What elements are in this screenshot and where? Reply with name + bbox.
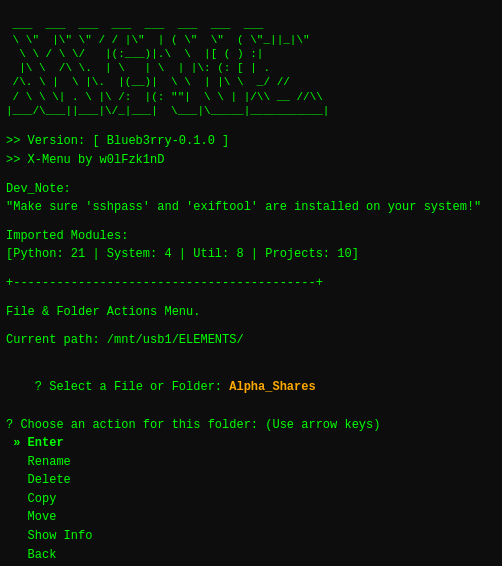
select-prefix: ? Select a File or Folder:	[35, 380, 229, 394]
version-line: >> Version: [ Blueb3rry-0.1.0 ]	[6, 132, 496, 151]
menu-item-show-info[interactable]: Show Info	[6, 527, 496, 546]
dev-note-header: Dev_Note:	[6, 180, 496, 199]
dev-note-text: "Make sure 'sshpass' and 'exiftool' are …	[6, 198, 496, 217]
menu-item-enter[interactable]: » Enter	[6, 434, 496, 453]
spacer-6	[6, 321, 496, 331]
spacer-3	[6, 217, 496, 227]
spacer-2	[6, 170, 496, 180]
menu-list: » Enter Rename Delete Copy Move Show Inf…	[6, 434, 496, 564]
spacer-7	[6, 350, 496, 360]
select-file-line: ? Select a File or Folder: Alpha_Shares	[6, 360, 496, 416]
choose-action-line: ? Choose an action for this folder: (Use…	[6, 416, 496, 435]
ascii-banner: ___ ___ ___ ___ ___ ___ ___ ___ \ \" |\"…	[6, 4, 496, 118]
xmenu-line: >> X-Menu by w0lFzk1nD	[6, 151, 496, 170]
menu-item-move[interactable]: Move	[6, 508, 496, 527]
menu-item-rename[interactable]: Rename	[6, 453, 496, 472]
separator-line: +---------------------------------------…	[6, 274, 496, 293]
menu-item-delete[interactable]: Delete	[6, 471, 496, 490]
select-value: Alpha_Shares	[229, 380, 315, 394]
spacer-5	[6, 293, 496, 303]
imported-values: [Python: 21 | System: 4 | Util: 8 | Proj…	[6, 245, 496, 264]
current-path: Current path: /mnt/usb1/ELEMENTS/	[6, 331, 496, 350]
menu-item-copy[interactable]: Copy	[6, 490, 496, 509]
menu-item-back[interactable]: Back	[6, 546, 496, 565]
terminal-window: ___ ___ ___ ___ ___ ___ ___ ___ \ \" |\"…	[0, 0, 502, 566]
file-folder-title: File & Folder Actions Menu.	[6, 303, 496, 322]
spacer-4	[6, 264, 496, 274]
spacer-1	[6, 122, 496, 132]
imported-header: Imported Modules:	[6, 227, 496, 246]
